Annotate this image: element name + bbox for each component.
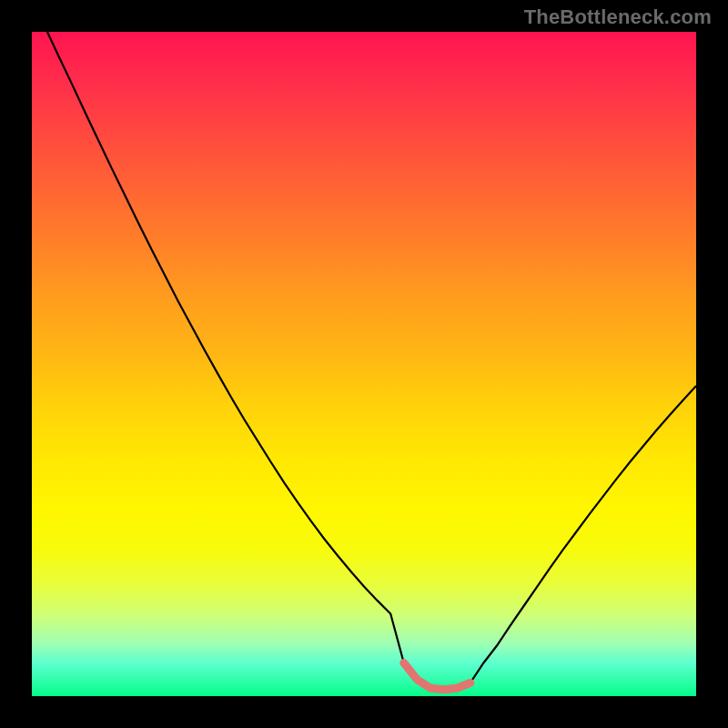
optimal-range-marker [404, 663, 470, 690]
chart-stage: TheBottleneck.com [0, 0, 728, 728]
watermark-text: TheBottleneck.com [524, 5, 712, 29]
curve-layer [32, 32, 696, 696]
plot-area [32, 32, 696, 696]
bottleneck-curve [32, 32, 696, 690]
